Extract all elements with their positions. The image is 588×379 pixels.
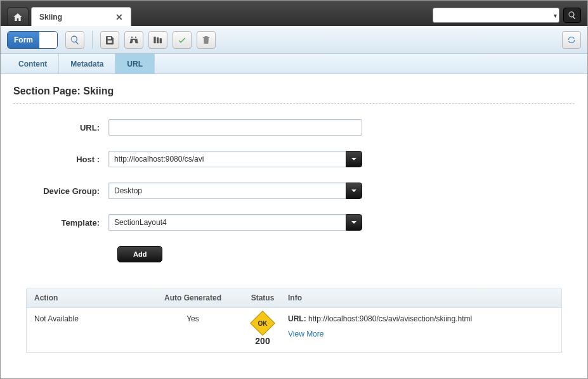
delete-button[interactable] xyxy=(197,31,216,49)
host-value: http://localhost:9080/cs/avi xyxy=(108,151,346,167)
add-button[interactable]: Add xyxy=(117,246,162,262)
home-icon xyxy=(13,12,23,22)
cell-info: URL: http://localhost:9080/cs/avi/avisec… xyxy=(288,314,554,338)
home-button[interactable] xyxy=(7,7,29,26)
status-code: 200 xyxy=(255,336,270,346)
devices-icon xyxy=(153,35,163,45)
status-badge-text: OK xyxy=(258,320,268,327)
device-dropdown-button[interactable] xyxy=(346,183,362,199)
global-search: ▾ xyxy=(433,8,581,23)
chevron-down-icon xyxy=(351,188,357,194)
header-action: Action xyxy=(34,293,148,302)
cell-auto: Yes xyxy=(148,314,237,323)
divider-dashed xyxy=(13,103,575,104)
preview-button[interactable] xyxy=(124,31,143,49)
row-host: Host : http://localhost:9080/cs/avi xyxy=(13,151,575,167)
inspect-button[interactable] xyxy=(65,31,84,49)
results-table: Action Auto Generated Status Info Not Av… xyxy=(26,288,562,353)
template-select[interactable]: SectionLayout4 xyxy=(108,214,362,231)
refresh-icon xyxy=(566,35,577,45)
device-group-select[interactable]: Desktop xyxy=(108,183,362,199)
search-dropdown-icon[interactable]: ▾ xyxy=(554,12,557,19)
save-button[interactable] xyxy=(100,31,119,49)
host-dropdown-button[interactable] xyxy=(346,151,362,167)
results-header: Action Auto Generated Status Info xyxy=(27,288,561,308)
svg-rect-0 xyxy=(154,36,155,43)
url-label: URL: xyxy=(13,123,108,132)
toolbar: Form xyxy=(1,26,587,54)
form-toggle[interactable]: Form xyxy=(7,31,58,49)
header-auto: Auto Generated xyxy=(148,293,237,302)
cell-action: Not Available xyxy=(34,314,148,323)
info-url-value: http://localhost:9080/cs/avi/avisection/… xyxy=(308,314,472,323)
host-select[interactable]: http://localhost:9080/cs/avi xyxy=(108,151,362,167)
tab-content[interactable]: Content xyxy=(7,54,59,74)
search-icon xyxy=(568,11,577,20)
svg-rect-1 xyxy=(157,37,159,43)
host-label: Host : xyxy=(13,155,108,164)
magnifier-icon xyxy=(70,35,80,45)
refresh-button[interactable] xyxy=(562,31,581,49)
table-row: Not Available Yes OK 200 URL: http://loc… xyxy=(27,308,561,352)
header-info: Info xyxy=(288,293,554,302)
check-icon xyxy=(177,35,187,45)
row-device-group: Device Group: Desktop xyxy=(13,183,575,199)
chevron-down-icon xyxy=(351,219,357,226)
devices-button[interactable] xyxy=(148,31,167,49)
device-group-label: Device Group: xyxy=(13,186,108,196)
row-url: URL: xyxy=(13,119,575,136)
status-diamond-icon: OK xyxy=(250,311,275,336)
search-button[interactable] xyxy=(563,8,581,23)
search-input[interactable] xyxy=(433,8,559,23)
status-badge: OK 200 xyxy=(254,314,271,346)
tab-skiing[interactable]: Skiing ✕ xyxy=(31,7,131,26)
save-icon xyxy=(105,35,115,45)
header-status: Status xyxy=(237,293,288,302)
binoculars-icon xyxy=(129,35,139,45)
chevron-down-icon xyxy=(351,156,357,162)
topbar: Skiing ✕ ▾ xyxy=(1,1,587,26)
page-title: Section Page: Skiing xyxy=(13,86,575,97)
close-icon[interactable]: ✕ xyxy=(113,12,126,22)
form-toggle-blank xyxy=(39,32,57,48)
template-value: SectionLayout4 xyxy=(108,214,346,231)
subtabs: Content Metadata URL xyxy=(1,54,587,74)
tab-url[interactable]: URL xyxy=(115,54,155,74)
cell-status: OK 200 xyxy=(237,314,288,346)
url-input[interactable] xyxy=(108,119,362,136)
row-template: Template: SectionLayout4 xyxy=(13,214,575,231)
template-label: Template: xyxy=(13,218,108,228)
template-dropdown-button[interactable] xyxy=(346,214,362,231)
info-url-label: URL: xyxy=(288,314,306,323)
tab-title: Skiing xyxy=(39,13,62,22)
toolbar-divider xyxy=(92,31,93,49)
trash-icon xyxy=(201,35,211,45)
device-group-value: Desktop xyxy=(108,183,346,199)
svg-rect-2 xyxy=(160,38,162,43)
approve-button[interactable] xyxy=(173,31,192,49)
content-area: Section Page: Skiing URL: Host : http://… xyxy=(1,74,587,364)
view-more-link[interactable]: View More xyxy=(288,330,323,338)
tab-metadata[interactable]: Metadata xyxy=(59,54,115,74)
form-toggle-label: Form xyxy=(8,32,39,48)
